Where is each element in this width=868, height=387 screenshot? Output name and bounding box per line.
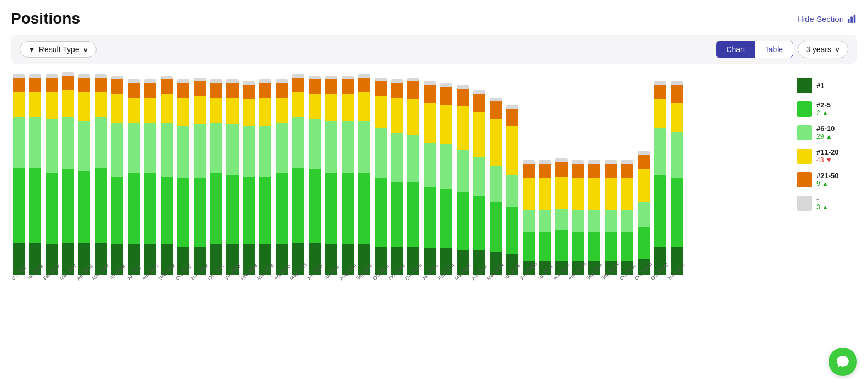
bar-segment (523, 164, 535, 178)
bar-segment (671, 103, 683, 132)
bar-segment (111, 177, 123, 244)
bar-segment (407, 182, 419, 247)
bar-segment (638, 169, 650, 202)
bar-segment (46, 78, 58, 92)
legend-label: #11-20 (816, 148, 838, 156)
bar-segment (161, 79, 173, 94)
legend-color-box (797, 172, 812, 187)
bar-column: Feb 2022 (44, 74, 59, 308)
legend-label: - (816, 195, 829, 203)
bar-segment (161, 177, 173, 244)
bar-segment (62, 76, 74, 90)
bar-column: Feb 2023 (241, 81, 257, 308)
bar-segment (29, 92, 41, 117)
bar-segment (78, 92, 90, 121)
result-type-button[interactable]: ▼ Result Type ∨ (20, 41, 97, 58)
bar-segment (539, 164, 551, 178)
bar-segment (457, 150, 469, 193)
bar-segment (292, 78, 304, 92)
bar-segment (391, 98, 403, 133)
bar-segment (144, 98, 156, 123)
bar-segment (95, 168, 107, 243)
bar-segment (276, 123, 288, 173)
bar-segment (555, 177, 568, 209)
bar-segment (588, 178, 600, 210)
bar-segment (95, 117, 107, 168)
legend-color-box (797, 149, 812, 164)
bar-segment (424, 187, 436, 248)
bar-segment (539, 232, 551, 260)
bar-column: Jan 2023 (225, 79, 240, 308)
bar-column: D.. 2021 (11, 74, 26, 308)
bar-segment (144, 123, 156, 173)
bar-segment (654, 128, 666, 175)
bar-segment (391, 182, 403, 247)
bar-segment (358, 92, 370, 121)
bar-segment (391, 83, 403, 98)
bar-segment (13, 168, 25, 243)
bar-segment (457, 106, 469, 150)
chart-toggle-button[interactable]: Chart (716, 41, 754, 58)
bar-segment (654, 99, 666, 128)
bar-segment (13, 78, 25, 92)
legend-change: 9 ▲ (816, 180, 838, 187)
bar-column: Mar 2024 (455, 85, 470, 308)
bar-segment (226, 83, 239, 98)
hide-section-button[interactable]: Hide Section (797, 14, 857, 24)
bar-column: Sep 2022 (159, 76, 174, 308)
legend-item: #21-509 ▲ (797, 172, 857, 187)
bar-segment (440, 189, 452, 248)
chevron-down-icon: ∨ (83, 45, 88, 54)
legend-panel: #1#2-52 ▲#6-1029 ▲#11-2043 ▼#21-509 ▲-3 … (797, 72, 857, 211)
bar-column: Apr 2023 (274, 79, 290, 308)
bar-segment (407, 81, 419, 99)
bar-segment (194, 178, 206, 246)
bar-segment (62, 117, 74, 169)
bar-segment (325, 173, 337, 244)
bar-column: Aug 2022 (143, 79, 158, 308)
bar-segment (177, 83, 189, 98)
bar-segment (243, 177, 255, 244)
bar-segment (671, 132, 683, 178)
bar-column: Jun 2022 (110, 76, 125, 308)
table-toggle-button[interactable]: Table (755, 41, 793, 58)
bar-column: May 2024 (488, 98, 503, 308)
bar-segment (523, 210, 535, 232)
bar-segment (325, 94, 337, 121)
chart-table-toggle: Chart Table 3 years ∨ (716, 41, 848, 58)
bar-segment (638, 155, 650, 169)
bar-segment (342, 94, 354, 121)
bar-segment (457, 192, 469, 250)
legend-label: #21-50 (816, 172, 838, 180)
result-type-label: Result Type (39, 45, 80, 54)
legend-color-box (797, 101, 812, 117)
bar-segment (78, 171, 90, 243)
bar-segment (210, 98, 222, 123)
bar-segment (638, 227, 650, 259)
bar-segment (457, 89, 469, 107)
bar-segment (210, 173, 222, 244)
bar-segment (506, 207, 518, 254)
bar-column: Jun 2023 (307, 76, 322, 308)
bar-column: Aug 2023 (340, 76, 355, 308)
bar-segment (375, 96, 387, 128)
bar-segment (342, 121, 354, 173)
years-label: 3 years (806, 45, 831, 54)
legend-change: 3 ▲ (816, 203, 829, 211)
legend-color-box (797, 78, 812, 93)
chat-button[interactable] (829, 348, 857, 376)
bar-column: Apr 2022 (77, 74, 92, 308)
legend-item: #1 (797, 78, 857, 93)
bar-column: Oct 2023 (373, 78, 388, 308)
controls-row: ▼ Result Type ∨ Chart Table 3 years ∨ (11, 35, 857, 64)
legend-item: #2-52 ▲ (797, 101, 857, 117)
bar-segment (358, 173, 370, 244)
bar-segment (259, 98, 271, 126)
bar-segment (128, 98, 140, 123)
bar-column: Feb 2024 (439, 83, 454, 308)
bar-segment (506, 126, 518, 174)
bar-column: Mar 2023 (258, 79, 273, 308)
years-dropdown-button[interactable]: 3 years ∨ (798, 41, 848, 58)
bar-segment (111, 79, 123, 94)
bar-segment (605, 210, 617, 232)
